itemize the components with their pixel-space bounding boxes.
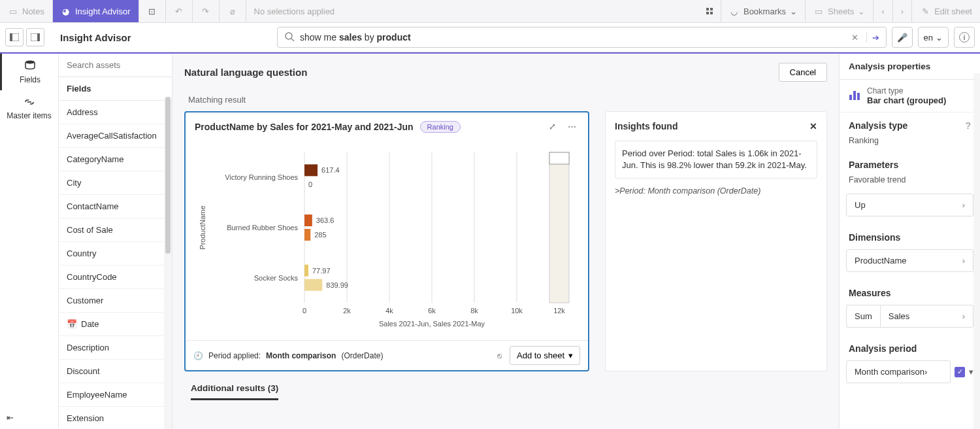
master-items-tab[interactable]: Master items <box>0 90 58 127</box>
svg-rect-41 <box>853 91 856 100</box>
microphone-icon: 🎤 <box>897 33 907 43</box>
chart-type-row[interactable]: Chart type Bar chart (grouped) <box>840 80 980 112</box>
analysis-period-selector[interactable]: Month comparison › <box>846 360 951 383</box>
nlq-search-input[interactable]: show me sales by product <box>300 32 846 43</box>
insight-text: Period over Period: total Sales is 1.06k… <box>615 141 817 179</box>
measure-selector[interactable]: Sum Sales › <box>846 305 973 328</box>
help-icon[interactable]: ? <box>965 120 971 131</box>
chart-type-value: Bar chart (grouped) <box>867 95 946 105</box>
step-back-icon: ↶ <box>174 6 184 16</box>
edit-sheet-button[interactable]: ✎ Edit sheet <box>912 0 980 22</box>
submit-search-icon[interactable]: ➔ <box>866 33 879 43</box>
step-back-button[interactable]: ↶ <box>166 0 193 22</box>
svg-line-5 <box>291 39 294 41</box>
favorable-trend-selector[interactable]: Up › <box>846 194 973 216</box>
toggle-left-panel[interactable] <box>5 28 24 46</box>
next-sheet-button[interactable]: › <box>893 0 912 22</box>
insight-note: >Period: Month comparison (OrderDate) <box>615 186 817 196</box>
period-applied-suffix: (OrderDate) <box>341 351 383 360</box>
dimension-selector[interactable]: ProductName › <box>846 249 973 272</box>
period-checkbox[interactable]: ✓ <box>955 367 965 377</box>
svg-text:6k: 6k <box>428 307 436 315</box>
field-item[interactable]: AverageCallSatisfaction <box>59 124 172 148</box>
field-item[interactable]: EmployeeName <box>59 383 172 407</box>
clear-selections-button[interactable]: ⌀ <box>220 0 246 22</box>
bookmarks-dropdown[interactable]: ◡ Bookmarks ⌄ <box>721 0 806 22</box>
analysis-type-section: Analysis type ? <box>840 112 980 135</box>
chevron-left-icon: ‹ <box>881 7 884 16</box>
add-to-sheet-button[interactable]: Add to sheet ▾ <box>510 346 580 365</box>
svg-text:8k: 8k <box>470 307 478 315</box>
additional-results-tab[interactable]: Additional results (3) <box>172 371 839 400</box>
top-toolbar: ▭ Notes ◕ Insight Advisor ⊡ ↶ ↷ ⌀ No sel… <box>0 0 980 23</box>
fields-header: Fields <box>59 77 172 101</box>
fields-panel: Fields AddressAverageCallSatisfactionCat… <box>59 54 172 429</box>
matching-result-label: Matching result <box>172 91 839 111</box>
clear-icon: ⌀ <box>227 6 238 16</box>
svg-text:0: 0 <box>302 307 306 315</box>
explore-icon: ⎋ <box>497 351 502 360</box>
smart-search-button[interactable]: ⊡ <box>139 0 166 22</box>
cancel-button[interactable]: Cancel <box>779 63 827 82</box>
more-icon: ⋯ <box>568 122 576 131</box>
more-options-button[interactable]: ⋯ <box>565 119 579 134</box>
field-item[interactable]: Cost of Sale <box>59 218 172 242</box>
field-item[interactable]: Customer <box>59 289 172 313</box>
svg-rect-29 <box>304 214 312 226</box>
chart-type-label: Chart type <box>867 86 946 95</box>
measure-agg[interactable]: Sum <box>846 305 880 328</box>
sheets-dropdown[interactable]: ▭ Sheets ⌄ <box>806 0 874 22</box>
right-panel-scrollbar[interactable] <box>973 73 980 429</box>
clear-search-icon[interactable]: ✕ <box>851 33 858 43</box>
field-item[interactable]: Extension <box>59 407 172 429</box>
prev-sheet-button[interactable]: ‹ <box>874 0 892 22</box>
caret-down-icon[interactable]: ▾ <box>969 367 973 377</box>
svg-text:ProductName: ProductName <box>199 205 206 249</box>
fields-tab[interactable]: Fields <box>0 54 58 90</box>
collapse-panel-button[interactable]: ⇤ <box>0 406 58 429</box>
caret-down-icon: ▾ <box>568 351 573 360</box>
dimensions-section: Dimensions <box>840 224 980 247</box>
svg-text:Victory Running Shoes: Victory Running Shoes <box>225 173 298 181</box>
nlq-search-box[interactable]: show me sales by product ✕ ➔ <box>277 27 887 48</box>
explore-button[interactable]: ⎋ <box>495 349 504 363</box>
language-selector[interactable]: en ⌄ <box>918 27 949 48</box>
field-item[interactable]: Address <box>59 101 172 124</box>
voice-input-button[interactable]: 🎤 <box>892 27 913 48</box>
fields-scrollbar[interactable] <box>164 97 172 429</box>
measures-section: Measures <box>840 280 980 302</box>
field-item[interactable]: Discount <box>59 360 172 383</box>
grid-icon <box>706 8 713 14</box>
field-item[interactable]: CountryCode <box>59 266 172 289</box>
field-item[interactable]: Country <box>59 242 172 266</box>
field-item[interactable]: Description <box>59 336 172 360</box>
insight-advisor-tab[interactable]: ◕ Insight Advisor <box>53 0 139 22</box>
bookmark-icon: ◡ <box>729 6 740 16</box>
svg-rect-42 <box>857 93 860 100</box>
field-item[interactable]: 📅Date <box>59 313 172 336</box>
field-item[interactable]: City <box>59 171 172 195</box>
global-selections-button[interactable] <box>698 0 721 22</box>
bookmarks-label: Bookmarks <box>743 7 786 16</box>
dimension-value: ProductName <box>855 256 906 266</box>
svg-point-4 <box>286 33 292 39</box>
toggle-right-panel[interactable] <box>26 28 44 46</box>
step-forward-button[interactable]: ↷ <box>193 0 220 22</box>
nlq-heading: Natural language question <box>184 67 307 78</box>
fullscreen-button[interactable]: ⤢ <box>546 119 559 134</box>
bar-chart[interactable]: 02k4k6k8k10k12kVictory Running Shoes617.… <box>191 146 575 335</box>
language-label: en <box>924 33 933 43</box>
help-button[interactable]: i <box>954 27 975 48</box>
fields-list[interactable]: AddressAverageCallSatisfactionCategoryNa… <box>59 101 172 429</box>
close-icon: ✕ <box>809 121 817 131</box>
notes-tab[interactable]: ▭ Notes <box>0 0 53 22</box>
close-insights-button[interactable]: ✕ <box>809 121 817 131</box>
search-assets-input[interactable] <box>59 54 172 77</box>
field-item[interactable]: CategoryName <box>59 148 172 171</box>
field-item[interactable]: ContactName <box>59 195 172 218</box>
pencil-icon: ✎ <box>920 6 930 16</box>
chevron-down-icon: ⌄ <box>790 7 797 16</box>
svg-rect-36 <box>304 279 322 291</box>
svg-text:12k: 12k <box>553 307 565 315</box>
svg-text:77.97: 77.97 <box>312 267 331 275</box>
